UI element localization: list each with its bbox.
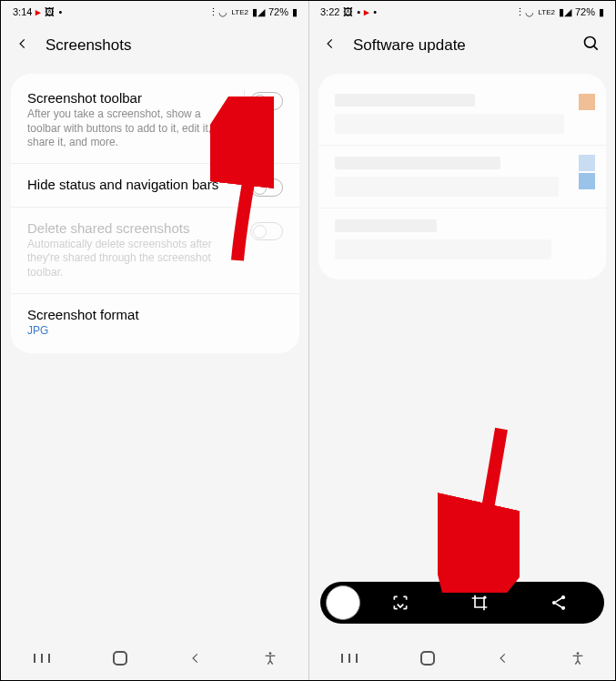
status-dot: •: [58, 6, 62, 17]
share-icon[interactable]: [520, 594, 599, 612]
toggle-delete-shared: [250, 222, 283, 240]
row-value: JPG: [27, 324, 283, 337]
picture-icon: 🖼: [343, 6, 353, 17]
status-dot: •: [373, 6, 377, 17]
crop-edit-icon[interactable]: [439, 594, 519, 612]
settings-panel: Screenshot toolbar After you take a scre…: [11, 74, 299, 353]
battery-label: 72%: [268, 6, 288, 17]
update-indicator: [579, 173, 595, 189]
svg-point-3: [483, 596, 486, 599]
toggle-separator: [244, 90, 245, 116]
wifi-icon: ⋮◡: [515, 6, 534, 18]
recents-icon[interactable]: [340, 652, 358, 668]
picture-icon: 🖼: [45, 6, 55, 17]
row-hide-bars[interactable]: Hide status and navigation bars: [11, 163, 299, 207]
row-title: Delete shared screenshots: [27, 220, 283, 236]
svg-point-1: [269, 652, 272, 655]
lte-label: LTE2: [231, 8, 248, 16]
nav-bar: [309, 640, 615, 680]
airtel-icon: ▸: [35, 6, 41, 18]
signal-icon: ▮◢: [252, 6, 265, 18]
nav-bar: [2, 640, 308, 680]
scroll-capture-icon[interactable]: [360, 594, 439, 612]
row-screenshot-toolbar[interactable]: Screenshot toolbar After you take a scre…: [11, 77, 299, 163]
home-icon[interactable]: [112, 650, 128, 670]
status-bar: 3:22 🖼 ▪ ▸ • ⋮◡ LTE2 ▮◢ 72% ▮: [309, 1, 615, 23]
signal-icon: ▮◢: [559, 6, 571, 18]
search-icon[interactable]: [582, 35, 601, 56]
status-time: 3:22: [320, 6, 339, 17]
back-icon[interactable]: [324, 37, 337, 54]
update-item[interactable]: [318, 83, 606, 145]
screenshot-thumbnail[interactable]: [326, 585, 360, 620]
lte-label: LTE2: [538, 8, 555, 16]
recents-icon[interactable]: [33, 652, 51, 668]
battery-icon: ▮: [292, 6, 298, 18]
row-desc: Automatically delete screenshots after t…: [27, 238, 283, 280]
home-icon[interactable]: [419, 650, 436, 670]
app-bar: Software update: [309, 23, 615, 68]
message-icon: ▪: [357, 6, 360, 17]
svg-rect-7: [421, 652, 434, 665]
airtel-icon: ▸: [364, 6, 369, 18]
update-panel: [318, 74, 606, 280]
svg-rect-0: [114, 652, 126, 665]
accessibility-icon[interactable]: [263, 651, 278, 669]
page-title: Software update: [353, 36, 466, 55]
screenshot-toolbar: [320, 582, 604, 624]
phone-screenshots: 3:14 ▸ 🖼 • ⋮◡ LTE2 ▮◢ 72% ▮ Screenshots …: [2, 1, 308, 680]
battery-icon: ▮: [599, 6, 604, 18]
status-time: 3:14: [13, 6, 32, 17]
app-bar: Screenshots: [2, 23, 308, 68]
update-item[interactable]: [318, 208, 606, 270]
row-title: Screenshot format: [27, 307, 283, 322]
battery-label: 72%: [575, 6, 595, 17]
toggle-hide-bars[interactable]: [250, 178, 283, 197]
row-delete-shared: Delete shared screenshots Automatically …: [11, 207, 299, 293]
row-title: Hide status and navigation bars: [27, 177, 283, 192]
status-bar: 3:14 ▸ 🖼 • ⋮◡ LTE2 ▮◢ 72% ▮: [2, 1, 308, 23]
back-icon[interactable]: [16, 37, 29, 54]
svg-point-8: [576, 652, 579, 655]
accessibility-icon[interactable]: [571, 651, 585, 669]
update-indicator: [579, 94, 595, 110]
toggle-screenshot-toolbar[interactable]: [250, 92, 283, 110]
nav-back-icon[interactable]: [497, 652, 510, 668]
phone-software-update: 3:22 🖼 ▪ ▸ • ⋮◡ LTE2 ▮◢ 72% ▮ Software u…: [308, 1, 615, 680]
update-item[interactable]: [318, 145, 606, 208]
row-screenshot-format[interactable]: Screenshot format JPG: [11, 293, 299, 350]
page-title: Screenshots: [45, 36, 132, 55]
nav-back-icon[interactable]: [189, 652, 202, 668]
update-indicator: [579, 155, 595, 171]
svg-point-2: [585, 37, 596, 48]
wifi-icon: ⋮◡: [208, 6, 227, 18]
